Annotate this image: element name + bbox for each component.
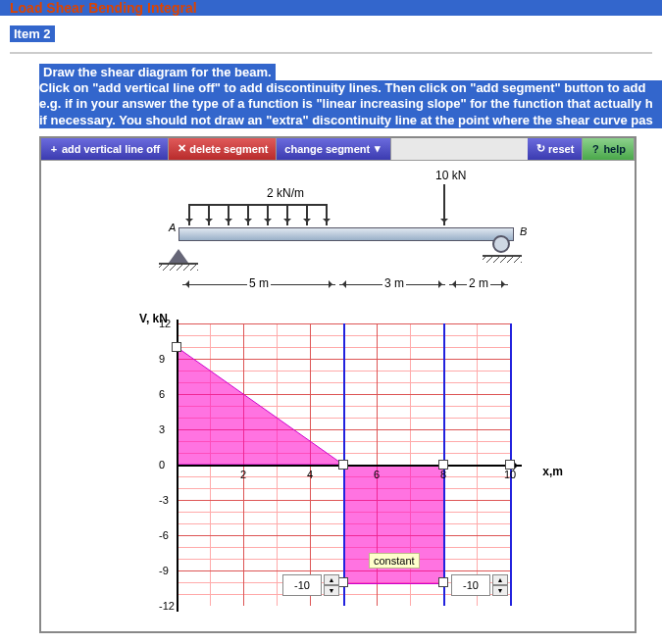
x-tick: 8 — [440, 469, 446, 480]
step-down-icon[interactable]: ▼ — [492, 585, 508, 596]
ground-hatch-icon — [483, 255, 522, 257]
y-axis-icon — [177, 320, 178, 612]
divider — [10, 52, 652, 54]
plus-icon: + — [49, 143, 59, 155]
point-load-arrow-icon — [443, 184, 445, 225]
help-button[interactable]: ? help — [583, 138, 635, 160]
dist-load-label: 2 kN/m — [267, 186, 304, 200]
y-tick: -6 — [159, 529, 169, 541]
step-down-icon[interactable]: ▼ — [324, 585, 339, 596]
change-segment-label: change segment — [284, 143, 370, 155]
toolbar: + add vertical line off ✕ delete segment… — [41, 138, 635, 161]
value-stepper-1[interactable]: ▲ ▼ — [282, 574, 339, 596]
segment-handle[interactable] — [338, 460, 348, 470]
segment-handle[interactable] — [438, 460, 448, 470]
y-tick: -12 — [159, 600, 175, 612]
dist-arrow-icon — [247, 204, 249, 225]
change-segment-button[interactable]: change segment ▾ — [277, 138, 391, 160]
beam-body-icon — [178, 227, 514, 241]
reset-label: reset — [548, 143, 574, 155]
dist-arrow-icon — [188, 204, 190, 225]
drawing-canvas: + add vertical line off ✕ delete segment… — [39, 136, 637, 633]
segment-handle[interactable] — [172, 342, 181, 352]
breadcrumb[interactable]: Load Shear Bending Integral — [0, 0, 662, 16]
x-tick: 4 — [307, 469, 313, 480]
value-stepper-2[interactable]: ▲ ▼ — [451, 574, 508, 596]
roller-support-icon — [492, 235, 510, 253]
y-tick: 3 — [159, 423, 165, 435]
beam-diagram: 10 kN 2 kN/m A B 5 m 3 m 2 m — [149, 169, 532, 306]
workspace[interactable]: 10 kN 2 kN/m A B 5 m 3 m 2 m — [41, 161, 635, 631]
y-tick: 6 — [159, 388, 165, 400]
segment-handle[interactable] — [505, 460, 515, 470]
add-vline-label: add vertical line off — [62, 143, 160, 155]
dist-arrow-icon — [208, 204, 210, 225]
shear-plot[interactable]: V, kN x,m 12 9 6 3 0 -3 -6 -9 -12 — [149, 320, 532, 619]
dim-3m: 3 m — [382, 276, 406, 290]
instruction-body: Click on "add vertical line off" to add … — [39, 80, 662, 128]
dist-arrow-icon — [306, 204, 308, 225]
support-A-label: A — [169, 222, 176, 233]
question-icon: ? — [590, 143, 600, 155]
item-tag: Item 2 — [10, 25, 55, 42]
y-tick: -9 — [159, 565, 169, 576]
x-axis-icon — [177, 465, 522, 467]
delete-segment-label: delete segment — [189, 143, 268, 155]
delete-segment-button[interactable]: ✕ delete segment — [169, 138, 277, 160]
x-tick: 10 — [504, 469, 516, 480]
step-up-icon[interactable]: ▲ — [492, 574, 508, 585]
dist-arrow-icon — [228, 204, 229, 225]
chevron-down-icon: ▾ — [373, 142, 382, 155]
x-axis-label: x,m — [542, 465, 563, 478]
point-load-label: 10 kN — [435, 169, 466, 182]
step-up-icon[interactable]: ▲ — [324, 574, 339, 585]
toolbar-spacer — [391, 138, 528, 160]
dim-2m: 2 m — [467, 276, 490, 290]
dist-load-bar-icon — [188, 204, 326, 206]
y-tick: 0 — [159, 459, 165, 471]
y-tick: 12 — [159, 318, 171, 329]
x-tick: 6 — [374, 469, 380, 480]
ground-hatch-icon — [159, 263, 198, 265]
x-icon: ✕ — [177, 142, 186, 155]
dist-arrow-icon — [267, 204, 269, 225]
add-vertical-line-button[interactable]: + add vertical line off — [41, 138, 169, 160]
stepper-input[interactable] — [282, 574, 322, 596]
y-tick: -3 — [159, 494, 169, 506]
dist-arrow-icon — [286, 204, 288, 225]
refresh-icon: ↻ — [535, 142, 545, 155]
instruction-title: Draw the shear diagram for the beam. — [39, 64, 276, 80]
dim-5m: 5 m — [247, 276, 271, 290]
y-tick: 9 — [159, 353, 165, 365]
segment-tooltip: constant — [369, 553, 420, 569]
segment-handle[interactable] — [438, 577, 448, 587]
pin-support-icon — [169, 239, 188, 263]
reset-button[interactable]: ↻ reset — [528, 138, 583, 160]
stepper-input[interactable] — [451, 574, 490, 596]
segment-handle[interactable] — [338, 577, 348, 587]
support-B-label: B — [520, 225, 527, 237]
x-tick: 2 — [240, 469, 246, 480]
help-label: help — [603, 143, 626, 155]
dist-arrow-icon — [326, 204, 328, 225]
